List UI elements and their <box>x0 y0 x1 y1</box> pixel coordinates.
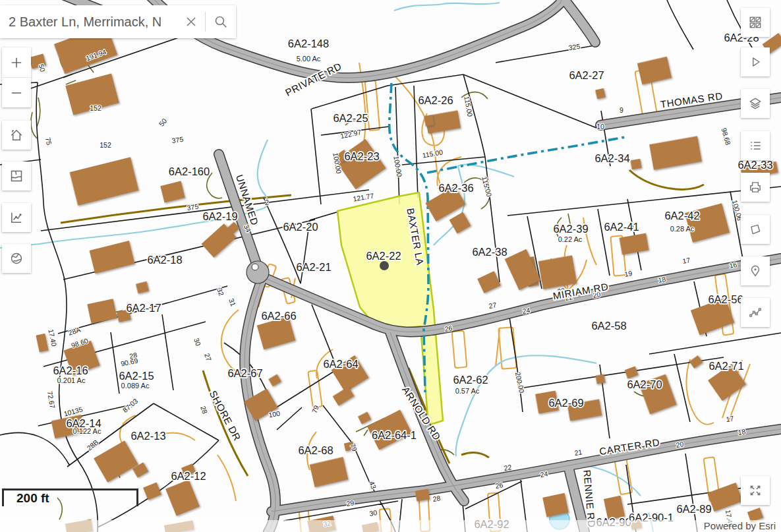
parcel-label: 6A2-33 <box>738 159 772 171</box>
plus-icon <box>9 55 24 70</box>
chart-button[interactable] <box>2 203 31 232</box>
dimension-label: 2 <box>265 198 269 206</box>
zoom-out-button[interactable] <box>2 78 31 107</box>
area-label: 0.089 Ac <box>121 382 150 390</box>
parcel-label: 6A2-67 <box>227 367 262 379</box>
dimension-label: 20 <box>676 440 685 449</box>
play-icon <box>748 55 763 69</box>
layers-button[interactable] <box>741 89 770 118</box>
globe-icon <box>9 251 24 266</box>
dimension-label: 24 <box>540 469 549 479</box>
basemap-icon <box>9 169 24 183</box>
parcel-label: 6A2-36 <box>438 182 473 194</box>
parcel-label: 6A2-71 <box>709 360 743 372</box>
parcel-label: 6A2-19 <box>202 210 237 222</box>
dimension-label: 30 <box>369 508 378 517</box>
line-chart-icon <box>9 210 24 225</box>
legend-button[interactable] <box>741 131 770 160</box>
building-footprint <box>424 115 434 126</box>
map-canvas[interactable]: 191.94501527550375152375234122.97100.001… <box>0 0 781 532</box>
zoom-in-button[interactable] <box>2 47 31 77</box>
parcel-label: 6A2-62 <box>453 374 488 386</box>
parcel-label: 6A2-70 <box>627 378 662 390</box>
dimension-label: 21 <box>574 448 583 457</box>
measure-polyline-button[interactable] <box>741 298 770 327</box>
dimension-label: 18 <box>658 275 667 284</box>
fullscreen-button[interactable] <box>741 476 770 505</box>
parcel-label: 6A2-17 <box>126 302 161 314</box>
zoom-controls <box>2 47 31 107</box>
parcel-label: 6A2-18 <box>147 254 182 266</box>
dimension-label: 28 <box>432 494 442 503</box>
area-label: 5.00 Ac <box>297 55 321 63</box>
area-label: 0.201 Ac <box>57 376 86 384</box>
fullscreen-icon <box>748 483 763 498</box>
parcel-label: 6A2-66 <box>261 310 296 322</box>
search-input[interactable] <box>0 15 177 30</box>
parcel-label: 6A2-27 <box>569 69 604 81</box>
location-pin-icon <box>748 264 763 278</box>
parcel-label: 6A2-34 <box>594 152 629 164</box>
search-box <box>0 5 236 38</box>
parcel-label: 6A2-13 <box>130 430 165 442</box>
dimension-label: 26 <box>444 324 453 333</box>
parcel-label: 6A2-148 <box>288 38 329 49</box>
parcel-label: 6A2-89 <box>676 503 711 515</box>
polygon-icon <box>748 222 763 237</box>
attribution-bar: Powered by Esri <box>0 520 781 532</box>
parcel-label: 6A2-23 <box>344 150 379 162</box>
dimension-label: 152 <box>100 141 111 149</box>
parcel-label: 6A2-68 <box>298 444 333 456</box>
legend-list-icon <box>748 138 763 153</box>
road-junction <box>246 261 269 283</box>
parcel-label: 6A2-56 <box>708 293 743 305</box>
area-label: 0.28 Ac <box>670 225 695 233</box>
dimension-label: 10 <box>596 123 604 131</box>
home-button[interactable] <box>2 121 31 150</box>
scale-bar-label: 200 ft <box>4 491 49 505</box>
parcel-label: 6A2-160 <box>169 165 210 177</box>
building-footprint <box>630 159 641 169</box>
parcel-label: 6A2-64 <box>323 358 358 370</box>
dimension-label: 152 <box>90 104 101 112</box>
area-label: 0.57 Ac <box>455 387 480 395</box>
parcel-label: 6A2-64-1 <box>372 429 417 441</box>
layers-icon <box>748 96 763 111</box>
dimension-label: 26 <box>495 481 504 490</box>
home-icon <box>9 128 24 142</box>
basemap-gallery-button[interactable] <box>741 8 770 37</box>
parcel-label: 6A2-20 <box>283 221 318 233</box>
dimension-label: 29 <box>346 498 355 508</box>
minus-icon <box>9 86 24 100</box>
search-icon <box>214 15 228 29</box>
map-application: 191.94501527550375152375234122.97100.001… <box>0 0 781 532</box>
dimension-label: 18 <box>738 427 747 436</box>
area-label: 0.22 Ac <box>558 235 583 243</box>
selected-location-dot <box>380 261 389 270</box>
dimension-label: 17 <box>726 414 735 423</box>
road-junction-island <box>252 264 258 270</box>
parcel-label: 6A2-14 <box>66 417 101 429</box>
print-button[interactable] <box>741 173 770 202</box>
polyline-icon <box>748 305 763 320</box>
next-widget-button[interactable] <box>741 47 770 76</box>
close-icon <box>184 15 198 29</box>
parcel-label: 6A2-16 <box>53 365 88 376</box>
building-footprint <box>538 255 577 289</box>
location-pin-button[interactable] <box>741 256 770 285</box>
dimension-label: 16 <box>729 260 738 270</box>
draw-polygon-button[interactable] <box>741 215 770 244</box>
search-submit-button[interactable] <box>206 5 236 38</box>
dimension-label: 325 <box>568 42 581 51</box>
dimension-label: 24 <box>522 306 531 315</box>
parcel-label: 6A2-21 <box>296 261 331 273</box>
parcel-label: 6A2-42 <box>664 210 699 222</box>
search-clear-button[interactable] <box>177 5 205 38</box>
basemap-button[interactable] <box>2 162 31 191</box>
building-footprint <box>595 374 605 384</box>
parcel-label: 6A2-15 <box>119 370 154 382</box>
dimension-label: 22 <box>504 463 513 472</box>
dimension-label: 17 <box>682 256 691 265</box>
building-footprint <box>415 488 430 501</box>
globe-button[interactable] <box>2 244 31 273</box>
